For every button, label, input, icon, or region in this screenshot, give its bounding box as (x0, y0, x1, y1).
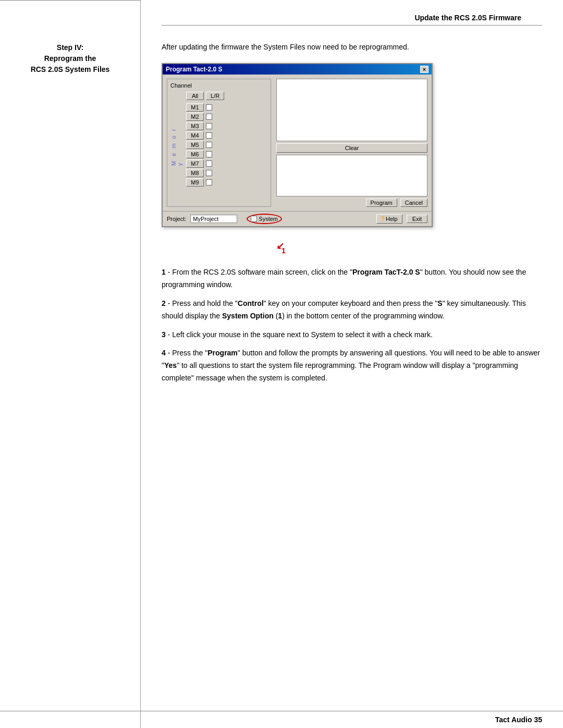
program-button[interactable]: Program (366, 199, 397, 207)
dialog-body: Channel All L/R M e m o r y M1 (163, 75, 432, 211)
program-dialog: Program Tact-2.0 S × Channel All L/R (162, 63, 433, 227)
instruction-2: 2 - Press and hold the "Control" key on … (162, 298, 542, 323)
list-item: M7 (186, 159, 212, 168)
system-checkbox-area: System (247, 214, 282, 224)
callout-number: 1 (282, 246, 286, 255)
main-content: Update the RCS 2.0S Firmware After updat… (141, 0, 563, 728)
bold-s: S (437, 299, 442, 307)
list-item: M2 (186, 113, 212, 121)
m5-checkbox[interactable] (206, 142, 212, 148)
m9-button[interactable]: M9 (186, 178, 204, 187)
left-sidebar: Step IV: Reprogram the RCS 2.0S System F… (0, 0, 141, 728)
footer-text: Tact Audio 35 (495, 715, 542, 724)
close-button[interactable]: × (420, 66, 429, 73)
footer: Tact Audio 35 (0, 711, 563, 728)
channel-all-row: All L/R (170, 92, 267, 100)
m4-checkbox[interactable] (206, 132, 212, 139)
step-label: Step IV: Reprogram the RCS 2.0S System F… (0, 1, 140, 75)
bold-program: Program (207, 349, 238, 357)
m9-checkbox[interactable] (206, 179, 212, 186)
m2-checkbox[interactable] (206, 114, 212, 120)
prog-cancel-row: Program Cancel (276, 199, 427, 207)
titlebar-buttons: × (420, 66, 429, 73)
output-box-top (276, 79, 427, 141)
list-item: M1 (186, 103, 212, 112)
bold-system-option: System Option (222, 312, 274, 320)
m2-button[interactable]: M2 (186, 113, 204, 121)
channel-group-label: Channel (170, 82, 267, 89)
dialog-wrapper: Program Tact-2.0 S × Channel All L/R (162, 63, 542, 227)
header-bar: Update the RCS 2.0S Firmware (162, 10, 542, 26)
bold-program-tact: Program TacT-2.0 S (352, 268, 420, 276)
list-item: M6 (186, 150, 212, 158)
memory-label: M e m o r y (170, 124, 183, 166)
instruction-3: 3 - Left click your mouse in the square … (162, 329, 542, 341)
list-item: M9 (186, 178, 212, 187)
help-button[interactable]: ? Help (376, 214, 402, 224)
m7-checkbox[interactable] (206, 161, 212, 167)
project-input[interactable] (190, 215, 237, 223)
list-item: M4 (186, 131, 212, 140)
dialog-titlebar: Program Tact-2.0 S × (163, 64, 432, 75)
exit-button[interactable]: Exit (407, 215, 427, 223)
m1-button[interactable]: M1 (186, 103, 204, 112)
channel-panel: Channel All L/R M e m o r y M1 (167, 79, 271, 207)
list-item: M8 (186, 169, 212, 177)
page-title: Update the RCS 2.0S Firmware (414, 14, 521, 22)
system-label: System (259, 216, 278, 222)
m8-button[interactable]: M8 (186, 169, 204, 177)
m5-button[interactable]: M5 (186, 141, 204, 149)
instruction-4: 4 - Press the "Program" button and follo… (162, 347, 542, 384)
m1-checkbox[interactable] (206, 104, 212, 110)
m6-button[interactable]: M6 (186, 150, 204, 158)
clear-btn-row: Clear (276, 143, 427, 153)
instructions: 1 - From the RCS 2.0S software main scre… (162, 266, 542, 384)
output-box-bottom (276, 155, 427, 196)
list-item: M5 (186, 141, 212, 149)
bold-control: Control (238, 299, 264, 307)
lr-button[interactable]: L/R (206, 92, 224, 100)
intro-text: After updating the firmware the System F… (162, 41, 542, 53)
clear-button[interactable]: Clear (276, 143, 427, 153)
bold-1: 1 (278, 312, 282, 320)
system-checkbox[interactable] (251, 216, 257, 222)
m3-button[interactable]: M3 (186, 122, 204, 130)
m6-checkbox[interactable] (206, 151, 212, 157)
instruction-1: 1 - From the RCS 2.0S software main scre… (162, 266, 542, 291)
bold-yes: Yes (164, 361, 177, 369)
dialog-title: Program Tact-2.0 S (166, 66, 222, 73)
right-panel: Clear Program Cancel (276, 79, 427, 207)
channel-rows: M e m o r y M1 M2 (170, 103, 267, 187)
channel-buttons-col: M1 M2 M3 (186, 103, 212, 187)
m3-checkbox[interactable] (206, 123, 212, 129)
project-label: Project: (167, 216, 186, 222)
m7-button[interactable]: M7 (186, 159, 204, 168)
help-icon: ? (381, 215, 385, 223)
cancel-button[interactable]: Cancel (400, 199, 427, 207)
m8-checkbox[interactable] (206, 170, 212, 176)
callout-area: ↙ 1 (276, 240, 542, 256)
all-button[interactable]: All (186, 92, 204, 100)
list-item: M3 (186, 122, 212, 130)
m4-button[interactable]: M4 (186, 131, 204, 140)
dialog-bottom: Project: System ? Help Exit (163, 211, 432, 226)
